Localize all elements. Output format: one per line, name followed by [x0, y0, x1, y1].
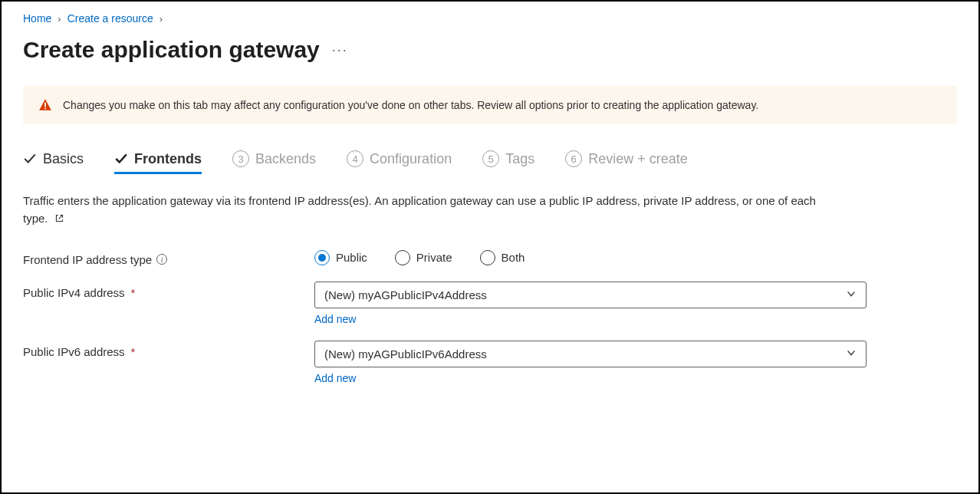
radio-label: Both [502, 251, 525, 264]
description-text: Traffic enters the application gateway v… [23, 194, 816, 225]
label-text: Public IPv4 address [23, 286, 125, 299]
row-frontend-ip-type: Frontend IP address type i Public Privat… [23, 249, 957, 266]
select-public-ipv6[interactable]: (New) myAGPublicIPv6Address [314, 341, 867, 367]
warning-banner: Changes you make on this tab may affect … [23, 86, 957, 124]
tab-label: Frontends [134, 151, 202, 167]
step-number: 3 [232, 150, 249, 167]
add-new-ipv4-link[interactable]: Add new [314, 313, 356, 325]
radio-label: Public [336, 251, 367, 264]
check-icon [23, 152, 37, 166]
tab-configuration[interactable]: 4 Configuration [347, 150, 452, 173]
row-public-ipv4: Public IPv4 address * (New) myAGPublicIP… [23, 282, 957, 325]
radio-both[interactable]: Both [480, 250, 525, 265]
step-number: 4 [347, 150, 363, 167]
label-public-ipv4: Public IPv4 address * [23, 282, 314, 299]
step-number: 6 [565, 150, 582, 167]
radio-circle [480, 250, 495, 265]
chevron-down-icon [846, 288, 857, 301]
breadcrumb-create-resource[interactable]: Create a resource [67, 12, 153, 25]
wizard-tabs: Basics Frontends 3 Backends 4 Configurat… [23, 150, 957, 173]
warning-text: Changes you make on this tab may affect … [63, 99, 758, 111]
tab-label: Backends [255, 151, 316, 167]
breadcrumb-home[interactable]: Home [23, 12, 51, 25]
radio-group-frontend-type: Public Private Both [314, 249, 867, 265]
required-asterisk: * [131, 345, 136, 358]
external-link-icon[interactable] [54, 210, 64, 228]
tab-label: Configuration [370, 151, 452, 167]
tab-tags[interactable]: 5 Tags [482, 150, 534, 173]
title-row: Create application gateway ··· [23, 37, 957, 63]
select-value: (New) myAGPublicIPv6Address [324, 347, 487, 361]
radio-circle [395, 250, 410, 265]
more-actions-button[interactable]: ··· [332, 42, 348, 58]
tab-label: Review + create [588, 151, 688, 167]
label-text: Public IPv6 address [23, 345, 125, 358]
breadcrumb-separator: › [159, 13, 163, 25]
warning-icon [38, 98, 52, 112]
svg-rect-1 [44, 107, 46, 109]
add-new-ipv6-link[interactable]: Add new [314, 372, 356, 384]
label-frontend-ip-type: Frontend IP address type i [23, 249, 314, 266]
chevron-down-icon [846, 347, 857, 361]
breadcrumb: Home › Create a resource › [23, 12, 957, 25]
select-public-ipv4[interactable]: (New) myAGPublicIPv4Address [314, 282, 867, 308]
row-public-ipv6: Public IPv6 address * (New) myAGPublicIP… [23, 341, 957, 384]
tab-basics[interactable]: Basics [23, 151, 84, 173]
check-icon [114, 152, 128, 166]
tab-frontends[interactable]: Frontends [114, 151, 202, 173]
tab-label: Basics [43, 151, 84, 167]
svg-rect-0 [44, 103, 46, 107]
label-public-ipv6: Public IPv6 address * [23, 341, 314, 358]
tab-backends[interactable]: 3 Backends [232, 150, 316, 173]
radio-label: Private [416, 251, 452, 264]
info-icon[interactable]: i [156, 254, 167, 265]
frontends-description: Traffic enters the application gateway v… [23, 192, 836, 229]
required-asterisk: * [131, 286, 136, 299]
radio-circle [314, 250, 330, 265]
tab-review-create[interactable]: 6 Review + create [565, 150, 688, 173]
step-number: 5 [482, 150, 499, 167]
tab-label: Tags [505, 151, 534, 167]
label-text: Frontend IP address type [23, 253, 152, 266]
page-title: Create application gateway [23, 37, 320, 63]
select-value: (New) myAGPublicIPv4Address [324, 288, 487, 301]
breadcrumb-separator: › [58, 13, 61, 25]
radio-public[interactable]: Public [314, 250, 367, 265]
radio-private[interactable]: Private [395, 250, 452, 265]
